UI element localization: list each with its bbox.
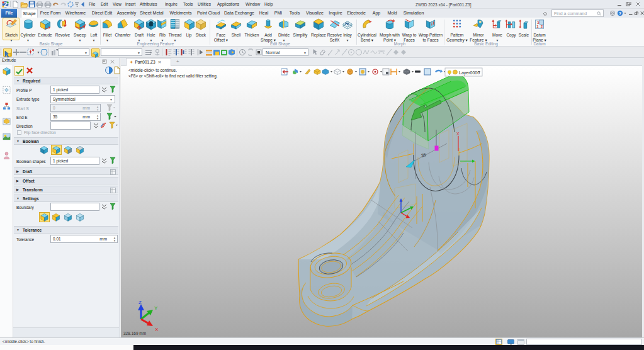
svg-text:Layer0000: Layer0000 bbox=[459, 71, 480, 76]
svg-text:?: ? bbox=[619, 11, 621, 16]
svg-text:X: X bbox=[155, 327, 159, 332]
svg-text:2: 2 bbox=[541, 25, 543, 28]
svg-text:1: 1 bbox=[536, 25, 538, 28]
svg-text:Y: Y bbox=[154, 305, 158, 311]
svg-text:Z: Z bbox=[138, 300, 142, 305]
svg-text:3: 3 bbox=[537, 21, 539, 25]
svg-text:X: X bbox=[456, 132, 460, 136]
